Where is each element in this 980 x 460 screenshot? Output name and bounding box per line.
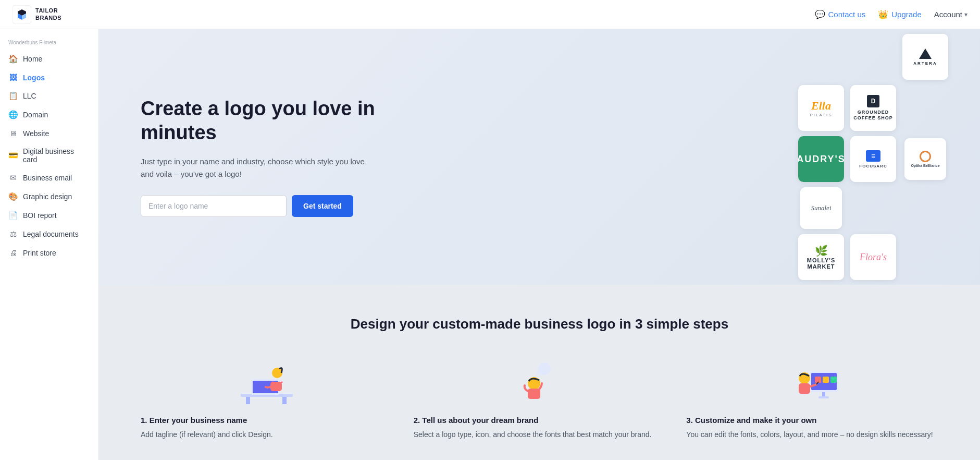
contact-us-link[interactable]: 💬 Contact us	[815, 9, 866, 19]
step-1-illustration	[235, 358, 298, 405]
sidebar-item-graphic-design[interactable]: 🎨 Graphic design	[0, 187, 98, 206]
sidebar-item-label: BOI report	[23, 211, 57, 220]
sidebar-item-label: LLC	[23, 92, 36, 100]
digital-business-card-icon: 💳	[8, 151, 18, 160]
sidebar-item-label: Print store	[23, 249, 56, 257]
svg-rect-3	[282, 397, 287, 404]
home-icon: 🏠	[8, 54, 18, 64]
svg-rect-19	[818, 396, 829, 398]
step-2-title: 2. Tell us about your dream brand	[414, 416, 539, 425]
step-1-desc: Add tagline (if relevant) and click Desi…	[141, 429, 273, 440]
upgrade-label: Upgrade	[891, 10, 922, 19]
logo-card-audrys: AUDRY'S	[798, 136, 844, 182]
header-right: 💬 Contact us 👑 Upgrade Account ▾	[815, 9, 967, 19]
sidebar-item-digital-business-card[interactable]: 💳 Digital business card	[0, 142, 98, 168]
sidebar-brand-label: Wonderbuns Filmeta	[0, 38, 98, 50]
svg-rect-21	[799, 383, 810, 394]
main-content: Create a logo you love in minutes Just t…	[99, 29, 980, 460]
account-label: Account	[934, 10, 962, 19]
sidebar-item-home[interactable]: 🏠 Home	[0, 50, 98, 68]
sidebar-item-label: Legal documents	[23, 230, 79, 238]
steps-section: Design your custom-made business logo in…	[99, 285, 980, 460]
crown-icon: 👑	[878, 9, 888, 19]
steps-title: Design your custom-made business logo in…	[141, 316, 938, 332]
svg-rect-7	[270, 382, 282, 391]
hero-subtitle: Just type in your name and industry, cho…	[141, 155, 412, 180]
sidebar-item-label: Business email	[23, 174, 72, 182]
logo-card-floras: Flora's	[850, 234, 896, 280]
website-icon: 🖥	[8, 129, 18, 138]
graphic-design-icon: 🎨	[8, 192, 18, 201]
sidebar-item-llc[interactable]: 📋 LLC	[0, 87, 98, 105]
svg-rect-2	[246, 397, 250, 404]
boi-report-icon: 📄	[8, 211, 18, 220]
step-2-desc: Select a logo type, icon, and choose the…	[414, 429, 652, 440]
svg-point-9	[537, 370, 542, 376]
logo-link[interactable]: TAILOR BRANDS	[13, 5, 61, 24]
step-1-title: 1. Enter your business name	[141, 416, 247, 425]
logo-card-ella: Ella PILATIS	[798, 85, 844, 131]
message-icon: 💬	[815, 9, 825, 19]
sidebar: Wonderbuns Filmeta 🏠 Home 🖼 Logos 📋 LLC …	[0, 29, 99, 460]
sidebar-item-legal-documents[interactable]: ⚖ Legal documents	[0, 225, 98, 244]
step-2-illustration	[508, 358, 570, 405]
step-3-illustration	[781, 358, 843, 405]
sidebar-item-label: Logos	[23, 74, 45, 82]
hero-content: Create a logo you love in minutes Just t…	[141, 97, 412, 216]
hero-input-row: Get started	[141, 195, 412, 217]
chevron-down-icon: ▾	[964, 11, 967, 18]
sidebar-item-boi-report[interactable]: 📄 BOI report	[0, 206, 98, 225]
step-3: 3. Customize and make it your own You ca…	[686, 358, 938, 440]
step-3-desc: You can edit the fonts, colors, layout, …	[686, 429, 933, 440]
logo-card-optika: Optika Brilliance	[904, 138, 946, 180]
hero-section: Create a logo you love in minutes Just t…	[99, 29, 980, 285]
layout: Wonderbuns Filmeta 🏠 Home 🖼 Logos 📋 LLC …	[0, 0, 980, 460]
logo-card-artera: ARTERA	[902, 34, 948, 80]
llc-icon: 📋	[8, 91, 18, 101]
tailor-brands-icon	[13, 5, 31, 24]
step-2: 2. Tell us about your dream brand Select…	[414, 358, 666, 440]
sidebar-item-label: Home	[23, 55, 42, 63]
svg-rect-16	[823, 377, 829, 383]
logo-card-grounded: D GROUNDEDCOFFEE SHOP	[850, 85, 896, 131]
get-started-button[interactable]: Get started	[292, 195, 353, 217]
steps-grid: 1. Enter your business name Add tagline …	[141, 358, 938, 440]
logo-showcase: ARTERA Ella PILATIS D GROUNDEDCOFFEE SHO…	[798, 34, 949, 280]
step-3-title: 3. Customize and make it your own	[686, 416, 816, 425]
sidebar-item-domain[interactable]: 🌐 Domain	[0, 105, 98, 124]
sidebar-item-logos[interactable]: 🖼 Logos	[0, 68, 98, 87]
header: TAILOR BRANDS 💬 Contact us 👑 Upgrade Acc…	[0, 0, 980, 29]
svg-rect-18	[822, 392, 825, 396]
sidebar-item-print-store[interactable]: 🖨 Print store	[0, 244, 98, 262]
sidebar-item-label: Graphic design	[23, 192, 72, 201]
contact-label: Contact us	[828, 10, 866, 19]
hero-title: Create a logo you love in minutes	[141, 97, 412, 144]
upgrade-link[interactable]: 👑 Upgrade	[878, 9, 922, 19]
logos-icon: 🖼	[8, 73, 18, 82]
logo-card-focus: ≡ FOCUSARC	[850, 136, 896, 182]
sidebar-item-business-email[interactable]: ✉ Business email	[0, 168, 98, 187]
account-menu[interactable]: Account ▾	[934, 10, 967, 19]
logo-card-gunther: Sunalei	[800, 187, 842, 229]
svg-rect-17	[830, 377, 837, 383]
sidebar-item-label: Domain	[23, 111, 48, 119]
logo-name-input[interactable]	[141, 195, 287, 217]
domain-icon: 🌐	[8, 110, 18, 119]
step-1: 1. Enter your business name Add tagline …	[141, 358, 393, 440]
print-store-icon: 🖨	[8, 248, 18, 257]
logo-text: TAILOR BRANDS	[35, 7, 61, 21]
sidebar-item-label: Website	[23, 129, 49, 138]
logo-card-mollys: 🌿 Molly'sMARKET	[798, 234, 844, 280]
sidebar-item-label: Digital business card	[23, 147, 90, 164]
business-email-icon: ✉	[8, 173, 18, 183]
sidebar-item-website[interactable]: 🖥 Website	[0, 124, 98, 142]
legal-documents-icon: ⚖	[8, 229, 18, 239]
svg-point-6	[272, 368, 282, 378]
